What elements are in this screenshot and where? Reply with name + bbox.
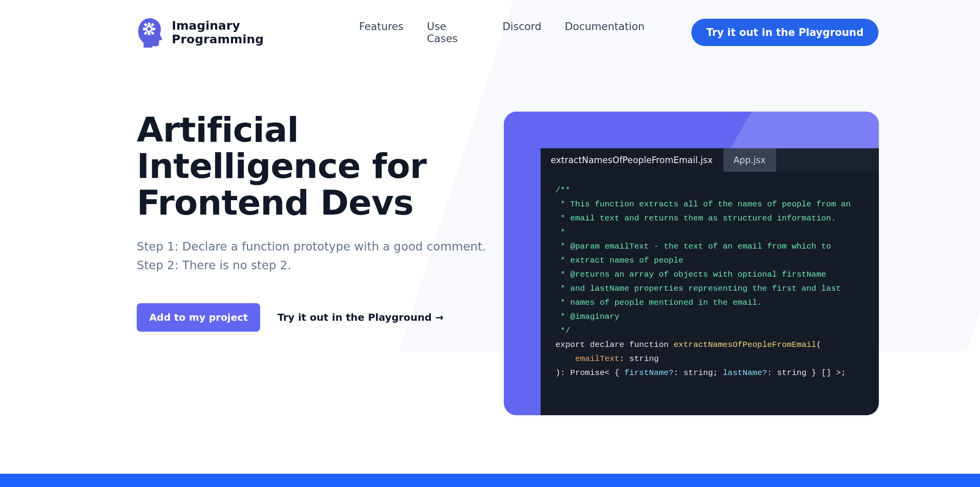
brand-name: Imaginary Programming <box>172 19 336 46</box>
hero-copy: Artificial Intelligence for Frontend Dev… <box>137 112 488 332</box>
code-line: * <box>555 228 565 237</box>
hero-section: Artificial Intelligence for Frontend Dev… <box>0 65 980 474</box>
code-tok: emailText <box>575 354 619 363</box>
code-editor: extractNamesOfPeopleFromEmail.jsx App.js… <box>541 148 879 415</box>
code-line: * email text and returns them as structu… <box>555 214 836 223</box>
editor-tab-inactive[interactable]: App.jsx <box>723 148 776 172</box>
hero-step-2: Step 2: There is no step 2. <box>137 256 488 275</box>
nav-link-features[interactable]: Features <box>359 20 403 44</box>
code-line: * @returns an array of objects with opti… <box>555 270 826 279</box>
brand[interactable]: Imaginary Programming <box>137 17 336 48</box>
code-line: * and lastName properties representing t… <box>555 284 841 293</box>
svg-point-9 <box>147 27 151 31</box>
code-tok: : <box>619 354 629 363</box>
bottom-band <box>0 474 980 487</box>
playground-link[interactable]: Try it out in the Playground → <box>277 311 443 323</box>
code-line: * extract names of people <box>555 256 684 265</box>
code-tok: function <box>629 340 669 349</box>
code-tok: string <box>629 354 659 363</box>
code-tok: ): Promise< { <box>555 368 624 377</box>
svg-rect-2 <box>148 32 150 35</box>
code-tok: ( <box>816 340 821 349</box>
add-to-project-button[interactable]: Add to my project <box>137 303 260 332</box>
logo-icon <box>137 17 162 48</box>
hero-title-line: Artificial <box>137 110 298 150</box>
hero-title: Artificial Intelligence for Frontend Dev… <box>137 112 488 221</box>
nav-link-use-cases[interactable]: Use Cases <box>427 20 479 44</box>
code-line: * @imaginary <box>555 312 619 321</box>
hero-title-line: Intelligence for <box>137 146 427 186</box>
code-line: * @param emailText - the text of an emai… <box>555 242 831 251</box>
code-line: /** <box>555 186 570 195</box>
code-tok: export <box>555 340 585 349</box>
code-preview-card: extractNamesOfPeopleFromEmail.jsx App.js… <box>504 112 879 415</box>
hero-actions: Add to my project Try it out in the Play… <box>137 303 488 332</box>
code-tok: extractNamesOfPeopleFromEmail <box>674 340 816 349</box>
code-tok: firstName? <box>624 368 673 377</box>
playground-cta-button[interactable]: Try it out in the Playground <box>691 19 878 46</box>
svg-rect-1 <box>148 23 150 26</box>
svg-rect-3 <box>143 28 146 30</box>
code-line: * names of people mentioned in the email… <box>555 298 762 307</box>
code-tok <box>555 354 575 363</box>
code-tok: declare <box>590 340 624 349</box>
top-nav: Imaginary Programming Features Use Cases… <box>0 0 980 65</box>
code-content: /** * This function extracts all of the … <box>541 172 879 392</box>
hero-steps: Step 1: Declare a function prototype wit… <box>137 237 488 275</box>
nav-link-discord[interactable]: Discord <box>502 20 541 44</box>
code-tok: lastName? <box>723 368 767 377</box>
nav-links: Features Use Cases Discord Documentation <box>359 20 644 44</box>
code-tok: : string } [] >; <box>767 368 846 377</box>
svg-rect-4 <box>152 28 155 30</box>
hero-step-1: Step 1: Declare a function prototype wit… <box>137 237 488 256</box>
nav-link-documentation[interactable]: Documentation <box>565 20 644 44</box>
code-line: * This function extracts all of the name… <box>555 200 851 209</box>
code-line: */ <box>555 326 570 335</box>
hero-title-line: Frontend Devs <box>137 183 414 223</box>
editor-tabbar: extractNamesOfPeopleFromEmail.jsx App.js… <box>541 148 879 172</box>
editor-tab-active[interactable]: extractNamesOfPeopleFromEmail.jsx <box>541 148 723 172</box>
code-tok: : string; <box>673 368 723 377</box>
